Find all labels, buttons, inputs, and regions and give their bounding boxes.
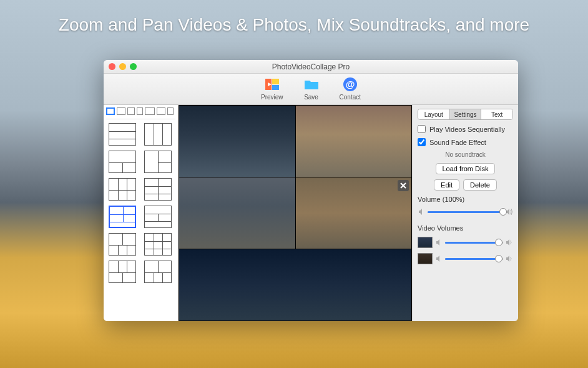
- aspect-ratio-button[interactable]: [145, 107, 155, 115]
- checkbox-input[interactable]: [418, 138, 426, 146]
- contact-button[interactable]: @ Contact: [340, 76, 361, 104]
- preview-label: Preview: [261, 94, 283, 101]
- layout-thumbnail[interactable]: [109, 123, 136, 146]
- aspect-ratio-button[interactable]: [157, 107, 165, 115]
- video-volume-row: [418, 253, 513, 264]
- video-volume-slider[interactable]: [445, 242, 503, 244]
- window-title: PhotoVideoCollage Pro: [272, 62, 350, 71]
- traffic-lights: [109, 63, 137, 70]
- close-button[interactable]: [109, 63, 115, 70]
- toolbar: Preview Save @ Contact: [104, 74, 518, 105]
- svg-rect-3: [272, 85, 279, 90]
- layout-thumbnail[interactable]: [109, 178, 136, 201]
- aspect-ratio-row: [106, 107, 175, 119]
- sound-fade-checkbox[interactable]: Sound Fade Effect: [418, 138, 513, 146]
- save-label: Save: [304, 94, 318, 101]
- aspect-ratio-button[interactable]: [106, 107, 115, 115]
- canvas-cell[interactable]: [179, 177, 295, 249]
- layout-thumbnail[interactable]: [144, 151, 172, 173]
- tab-row: Layout Settings Text: [418, 109, 513, 120]
- video-thumbnail[interactable]: [418, 237, 433, 248]
- soundtrack-status: No soundtrack: [418, 151, 513, 158]
- aspect-ratio-button[interactable]: [127, 107, 135, 115]
- aspect-ratio-button[interactable]: [167, 107, 174, 115]
- layout-thumbnail[interactable]: [109, 206, 136, 228]
- layout-thumbnail[interactable]: [144, 178, 172, 201]
- settings-panel: Layout Settings Text Play Videos Sequent…: [412, 105, 518, 321]
- tab-text[interactable]: Text: [481, 109, 512, 119]
- app-window: PhotoVideoCollage Pro Preview Save: [104, 60, 518, 321]
- banner-headline: Zoom and Pan Videos & Photos, Mix Soundt…: [0, 15, 588, 35]
- canvas-cell[interactable]: [179, 249, 411, 321]
- layouts-panel: [104, 105, 179, 321]
- folder-icon: [303, 76, 320, 92]
- aspect-ratio-button[interactable]: [117, 107, 125, 115]
- checkbox-label: Sound Fade Effect: [429, 139, 486, 146]
- aspect-ratio-button[interactable]: [137, 107, 143, 115]
- canvas-cell[interactable]: [179, 106, 295, 177]
- video-volumes-label: Video Volumes: [418, 224, 513, 232]
- layout-thumbnail[interactable]: [109, 261, 136, 283]
- load-from-disk-button[interactable]: Load from Disk: [436, 163, 496, 174]
- video-volume-slider[interactable]: [445, 258, 503, 260]
- save-button[interactable]: Save: [303, 76, 320, 104]
- checkbox-label: Play Videos Sequentially: [429, 126, 505, 133]
- tab-settings[interactable]: Settings: [450, 109, 482, 119]
- speaker-high-icon: [506, 255, 513, 262]
- preview-icon: [264, 76, 280, 92]
- layout-thumbnail[interactable]: [109, 151, 136, 173]
- video-thumbnail[interactable]: [418, 253, 433, 264]
- checkbox-input[interactable]: [418, 125, 426, 133]
- titlebar: PhotoVideoCollage Pro: [104, 60, 518, 74]
- remove-cell-button[interactable]: [398, 180, 409, 191]
- speaker-high-icon: [506, 239, 513, 246]
- collage-canvas[interactable]: [179, 105, 412, 321]
- canvas-cell[interactable]: [296, 106, 412, 177]
- canvas-cell[interactable]: [296, 177, 412, 249]
- layout-thumbnail[interactable]: [144, 261, 172, 283]
- content-area: Layout Settings Text Play Videos Sequent…: [104, 105, 518, 321]
- play-sequentially-checkbox[interactable]: Play Videos Sequentially: [418, 125, 513, 133]
- edit-button[interactable]: Edit: [434, 179, 459, 191]
- at-icon: @: [342, 76, 358, 92]
- speaker-low-icon: [418, 208, 425, 216]
- layouts-grid: [106, 123, 175, 283]
- svg-rect-2: [272, 79, 279, 84]
- svg-text:@: @: [345, 79, 355, 89]
- tab-layout[interactable]: Layout: [418, 109, 450, 119]
- speaker-low-icon: [435, 239, 443, 246]
- layout-thumbnail[interactable]: [144, 206, 172, 228]
- layout-thumbnail[interactable]: [144, 233, 172, 256]
- layout-thumbnail[interactable]: [144, 123, 172, 146]
- layout-thumbnail[interactable]: [109, 233, 136, 256]
- minimize-button[interactable]: [119, 63, 126, 70]
- preview-button[interactable]: Preview: [261, 76, 283, 104]
- maximize-button[interactable]: [130, 63, 137, 70]
- delete-button[interactable]: Delete: [463, 179, 497, 191]
- speaker-low-icon: [435, 255, 443, 262]
- volume-label: Volume (100%): [418, 196, 513, 203]
- video-volume-row: [418, 237, 513, 248]
- master-volume-slider[interactable]: [418, 208, 513, 216]
- contact-label: Contact: [340, 94, 361, 101]
